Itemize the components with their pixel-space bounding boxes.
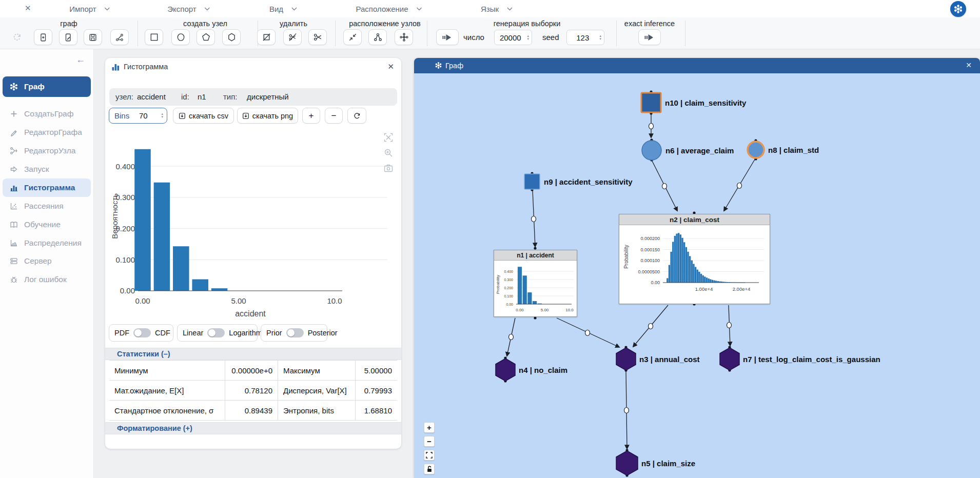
edge-midpoint-handle[interactable] (662, 184, 667, 189)
sidebar-item-graph-editor[interactable]: РедакторГрафа (3, 123, 91, 142)
edge-midpoint-handle[interactable] (585, 330, 590, 336)
edge-midpoint-handle[interactable] (737, 183, 742, 189)
create-pentagon-node-button[interactable] (197, 29, 215, 45)
refresh-icon (12, 32, 22, 42)
sidebar-item-label: Граф (24, 82, 45, 91)
sidebar-item-run[interactable]: Запуск (3, 160, 91, 178)
formatting-section-header[interactable]: Форматирование (+) (105, 422, 401, 434)
graph-chart-node-n1[interactable]: n1 | accident0.000.1000.2000.3000.4000.0… (494, 250, 577, 317)
graph-panel-close-button[interactable]: ✕ (966, 61, 972, 69)
linear-log-toggle[interactable]: Linear Logarithmic (177, 324, 258, 342)
graph-node-n8[interactable] (748, 142, 764, 158)
window-close-button[interactable]: ✕ (25, 4, 31, 13)
edge-midpoint-handle[interactable] (509, 334, 514, 340)
histogram-bar (680, 234, 681, 283)
bins-stepper[interactable]: Bins 70 ▴▾ (109, 108, 167, 124)
create-square-node-button[interactable] (145, 29, 163, 45)
chart-autoscale-icon[interactable] (384, 133, 393, 142)
graph-zoom-out-button[interactable]: − (424, 436, 435, 447)
sidebar-item-error-log[interactable]: Лог ошибок (3, 270, 91, 289)
tree-layout-button[interactable] (368, 29, 387, 45)
menu-layout[interactable]: Расположение (356, 0, 422, 17)
sidebar-item-graph[interactable]: Граф (3, 76, 91, 97)
create-circle-node-button[interactable] (171, 29, 190, 45)
chart-snapshot-icon[interactable] (384, 164, 393, 173)
toggle-switch[interactable] (207, 328, 225, 337)
graph-node-n3[interactable] (616, 348, 636, 370)
sidebar-item-scatter[interactable]: Рассеяния (3, 197, 91, 215)
sidebar-collapse-button[interactable]: ← (76, 54, 85, 65)
chart-zoom-icon[interactable] (384, 148, 393, 157)
delete-node-button[interactable] (257, 29, 276, 45)
graph-node-n4[interactable] (496, 358, 515, 381)
graph-node-n6[interactable] (642, 141, 661, 160)
radial-layout-button[interactable] (395, 29, 413, 45)
cut-edge-button[interactable] (308, 29, 327, 45)
create-hexagon-node-button[interactable] (222, 29, 241, 45)
histogram-icon (8, 184, 20, 192)
graph-node-n10[interactable] (641, 93, 661, 112)
run-exact-inference-button[interactable] (638, 29, 661, 45)
menu-view[interactable]: Вид (269, 0, 297, 17)
zoom-in-button[interactable]: + (302, 108, 320, 124)
app-logo-button[interactable] (950, 1, 966, 17)
graph-fit-view-button[interactable] (424, 450, 435, 461)
histogram-panel-close-button[interactable]: ✕ (387, 62, 394, 71)
graph-canvas[interactable]: n10 | claim_sensitivityn6 | average_clai… (414, 73, 980, 478)
save-graph-button[interactable] (84, 29, 102, 45)
port-dot[interactable] (534, 316, 536, 319)
stepper-arrows-icon[interactable]: ▴▾ (526, 34, 532, 41)
save-icon (88, 33, 97, 42)
graph-zoom-in-button[interactable]: + (424, 422, 435, 433)
node-edit-icon (8, 147, 20, 155)
menu-import[interactable]: Импорт (69, 0, 110, 17)
new-graph-button[interactable] (34, 29, 52, 45)
delete-edges-button[interactable] (283, 29, 302, 45)
stepper-arrows-icon[interactable]: ▴▾ (160, 112, 166, 118)
toolbar-group-graph-label: граф (60, 19, 77, 28)
graph-node-n7[interactable] (720, 348, 739, 370)
sidebar-item-learning[interactable]: Обучение (3, 215, 91, 234)
sidebar-item-histogram[interactable]: Гистограмма (3, 178, 91, 197)
prior-posterior-toggle[interactable]: Prior Posterior (261, 324, 327, 342)
refresh-chart-button[interactable] (347, 108, 366, 124)
svg-text:0.100: 0.100 (504, 294, 513, 298)
toolbar-group-sampling-label: генерация выборки (494, 19, 561, 28)
toggle-switch[interactable] (286, 328, 304, 337)
sidebar-item-server[interactable]: Сервер (3, 252, 91, 270)
refresh-graph-button[interactable] (8, 29, 26, 45)
download-csv-button[interactable]: скачать csv (173, 108, 234, 124)
sidebar-item-node-editor[interactable]: РедакторУзла (3, 142, 91, 160)
sample-count-stepper[interactable]: 20000 ▴▾ (494, 30, 532, 45)
edge-midpoint-handle[interactable] (727, 323, 732, 328)
port-dot[interactable] (534, 247, 536, 249)
toggle-switch[interactable] (133, 328, 151, 337)
run-sampling-button[interactable] (436, 29, 459, 45)
toolbar-group-exact-inference-label: exact inference (624, 19, 675, 28)
menu-export[interactable]: Экспорт (167, 0, 210, 17)
sidebar-item-label: Распределения (24, 238, 82, 248)
download-png-button[interactable]: скачать png (237, 108, 298, 124)
graph-chart-node-n2[interactable]: n2 | claim_cost0.000.00005000.0001000.00… (619, 214, 770, 304)
seed-stepper[interactable]: 123 ▴▾ (566, 30, 604, 45)
stepper-arrows-icon[interactable]: ▴▾ (598, 34, 604, 41)
edge-midpoint-handle[interactable] (532, 216, 536, 222)
compact-layout-button[interactable] (343, 29, 362, 45)
graph-lock-button[interactable] (424, 464, 435, 474)
sidebar-item-distributions[interactable]: Распределения (3, 234, 91, 252)
menu-language[interactable]: Язык (481, 0, 513, 17)
chart-node-title: n1 | accident (494, 250, 577, 261)
statistics-section-header[interactable]: Статистики (–) (105, 348, 401, 360)
edge-midpoint-handle[interactable] (649, 324, 653, 329)
histogram-panel-icon (111, 63, 120, 71)
sidebar-item-create-graph[interactable]: СоздатьГраф (3, 105, 91, 123)
edit-graph-button[interactable] (59, 29, 77, 45)
zoom-out-button[interactable]: − (325, 108, 343, 124)
graph-structure-button[interactable] (110, 29, 129, 45)
histogram-bar (678, 233, 679, 283)
pdf-cdf-toggle[interactable]: PDF CDF (109, 324, 173, 342)
edge-midpoint-handle[interactable] (649, 124, 654, 129)
graph-node-n9[interactable] (524, 174, 540, 189)
graph-node-n5[interactable] (616, 451, 638, 475)
edge-midpoint-handle[interactable] (624, 408, 629, 413)
